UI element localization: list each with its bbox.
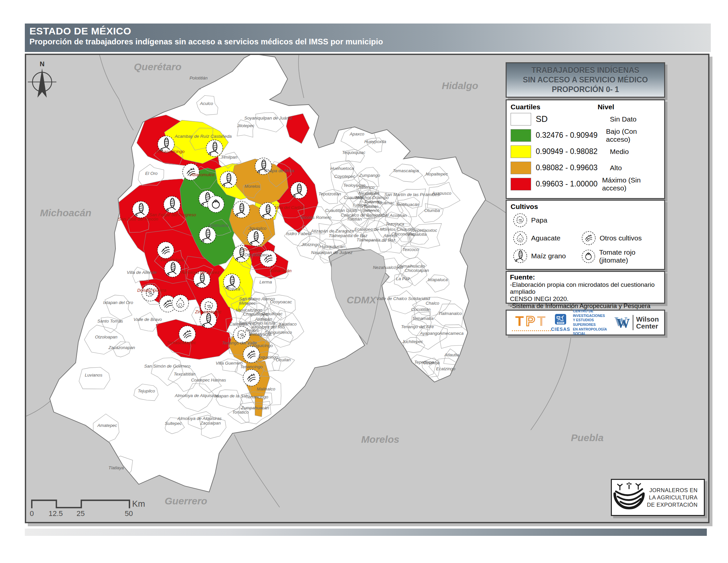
ciesas-line: Y ESTUDIOS SUPERIORES xyxy=(573,318,614,327)
state-label-michoacán: Michoacán xyxy=(40,207,92,218)
municipality-label: Ixtlahuaca xyxy=(208,223,228,228)
crop-marker-otros xyxy=(158,242,174,258)
municipality-label: Atlautla xyxy=(444,352,459,357)
level-label: Sin Dato xyxy=(610,115,637,123)
municipality-label: Otzolotepec xyxy=(244,252,268,257)
municipality-label: Capulhuac xyxy=(261,311,283,316)
municipality-label: Xonacatlán xyxy=(269,268,292,273)
crop-marker-maiz xyxy=(199,227,216,243)
level-label: Máximo (Sin acceso) xyxy=(602,176,660,192)
municipality-label: Chalco xyxy=(426,301,439,306)
wilson-w-mark: WW xyxy=(614,315,629,330)
crop-marker-maiz xyxy=(164,260,181,277)
ciesas-line: CENTRO DE INVESTIGACIONES xyxy=(573,309,614,318)
municipality-label: Chicoloapan xyxy=(405,268,429,273)
municipality-label: Villa Guerrero xyxy=(216,361,243,366)
municipality-label: Zumpango xyxy=(359,173,380,178)
municipality-label: Valle de Chalco Solidaridad xyxy=(376,296,430,301)
municipality-label: Almoloya de Juárez xyxy=(181,270,220,275)
wilson-divider xyxy=(633,315,633,330)
range-label: 0.90949 - 0.98082 xyxy=(536,147,610,156)
municipality-label: Teotihuacán xyxy=(396,202,420,207)
legend-quartiles-box: Cuartiles Nivel SD Sin Dato 0.32476 - 0.… xyxy=(506,99,665,199)
municipality-label: Ocoyoacac xyxy=(270,300,292,305)
cultivo-item-maiz: Maíz grano xyxy=(513,248,566,263)
swatch-medio xyxy=(511,145,531,158)
municipality-label: San Simón de Guerrero xyxy=(144,364,191,369)
page-title: ESTADO DE MÉXICO xyxy=(29,25,711,37)
municipality-label: Texcoco xyxy=(402,247,419,252)
crop-marker-maiz xyxy=(132,201,149,218)
municipality-label: Timilpan xyxy=(221,155,237,160)
municipality-label: Tlalmanalco xyxy=(438,311,462,316)
tpt-logo: TPT xyxy=(512,314,551,331)
municipality-label: Otzoloapan xyxy=(95,335,117,340)
municipality-label: Ocuilan xyxy=(276,357,291,362)
municipality-label: Tonatico xyxy=(232,410,249,415)
municipality-label: Juchitepec xyxy=(402,339,423,344)
municipality-label: Ayapango xyxy=(420,331,440,336)
municipality-label: Villa de Allende xyxy=(127,270,157,275)
municipality-label: Joquicingo xyxy=(257,355,278,360)
municipality-label: Tlalnepantla de Baz xyxy=(357,237,395,242)
cultivo-label: Otros cultivos xyxy=(600,234,642,242)
municipality-label: Ixtapaluca xyxy=(428,277,448,282)
maiz-icon xyxy=(513,248,528,263)
legend-row-sd: SD Sin Dato xyxy=(511,111,660,127)
municipality-label: Zinacantepec xyxy=(195,309,221,314)
municipality-label: Huixquilucan xyxy=(320,244,345,249)
scale-tick-label: 0 xyxy=(30,509,34,518)
ciesas-acronym: CIESAS xyxy=(551,327,570,332)
jornaleros-logo-box: JORNALEROS EN LA AGRICULTURA DE EXPORTAC… xyxy=(611,479,705,516)
municipality-label: Nopaltepec xyxy=(426,171,448,176)
municipality-label: Jaltenco xyxy=(363,208,379,213)
municipality-label: Jilotepec xyxy=(237,123,254,128)
scale-tick-label: 25 xyxy=(76,509,85,518)
municipality-label: Naucalpan de Juárez xyxy=(311,250,352,255)
municipality-label: San José del Rincón xyxy=(118,216,158,221)
state-label-morelos: Morelos xyxy=(361,434,399,445)
jornaleros-line: LA AGRICULTURA xyxy=(647,494,698,501)
municipality-label: Xalatlaco xyxy=(278,322,296,327)
municipality-label: Tecámac xyxy=(377,200,395,205)
quartiles-header: Cuartiles xyxy=(511,103,540,111)
ciesas-icon xyxy=(555,314,567,326)
cultivo-label: Papa xyxy=(531,216,547,224)
municipality-label: Coyotepec xyxy=(334,174,355,179)
crop-marker-tomate xyxy=(207,196,224,212)
papa-icon xyxy=(513,212,528,228)
municipality-label: Jaltenco xyxy=(358,185,374,190)
municipality-label: Temoaya xyxy=(244,247,261,252)
municipality-label: Otumba xyxy=(424,208,440,213)
ciesas-logo: CIESAS CENTRO DE INVESTIGACIONES Y ESTUD… xyxy=(551,309,614,336)
municipality-label: Papalotla xyxy=(408,232,427,237)
state-label-hidalgo: Hidalgo xyxy=(442,80,478,91)
nivel-header: Nivel xyxy=(598,103,614,111)
legend-title-line: PROPORCIÓN 0- 1 xyxy=(552,85,619,94)
municipality-label: Ecatepec de Morelos xyxy=(354,227,396,232)
fuente-line: -Elaboración propia con microdatos del c… xyxy=(510,281,661,296)
level-label: Medio xyxy=(610,148,629,156)
municipality-label: San Martín de las Pirámides xyxy=(384,192,439,197)
fuente-line: CENSO INEGI 2020. xyxy=(510,296,661,303)
crop-marker-maiz xyxy=(164,196,180,212)
scale-tick-label: 12.5 xyxy=(49,509,63,518)
cultivo-item-aguacate: Aguacate xyxy=(513,230,561,246)
municipality-label: Amatepec xyxy=(97,423,117,428)
cultivos-header: Cultivos xyxy=(511,203,660,211)
municipality-label: Ozumba xyxy=(423,360,440,365)
legend-title-box: TRABAJADORES INDÍGENAS SIN ACCESO A SERV… xyxy=(506,62,665,98)
municipality-label: Acambay de Ruíz Castañeda xyxy=(174,134,232,139)
municipality-label: Zacualpan xyxy=(200,421,221,426)
municipality-label: Metepec xyxy=(239,301,256,306)
crop-marker-maiz xyxy=(206,140,223,156)
municipality-label: Valle de Bravo xyxy=(134,317,162,322)
state-label-guerrero: Guerrero xyxy=(164,495,207,506)
municipality-label: Toluca xyxy=(227,287,240,292)
municipality-label: Morelos xyxy=(245,184,260,189)
municipality-label: Apaxco xyxy=(349,131,364,136)
crop-marker-maiz xyxy=(220,171,237,188)
municipality-label: Almoloya de Alquisiras xyxy=(174,393,219,398)
jornaleros-field-icon xyxy=(612,481,646,514)
aguacate-icon xyxy=(513,230,528,246)
